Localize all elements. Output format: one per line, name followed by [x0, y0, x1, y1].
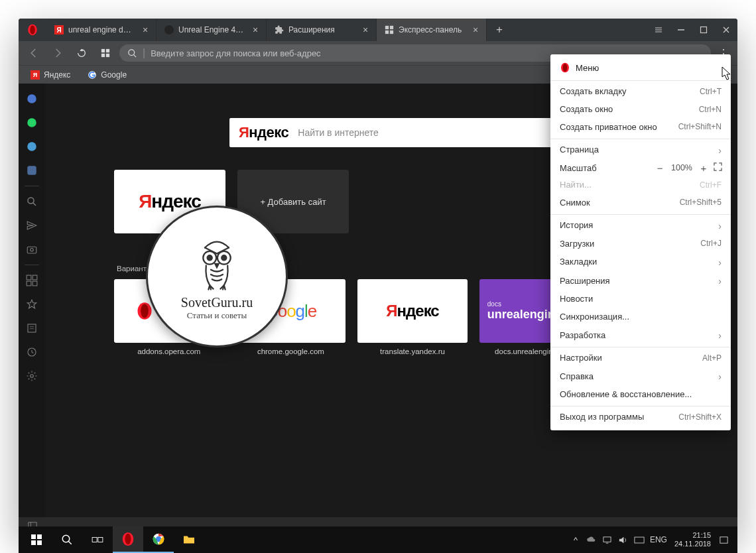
- tray-onedrive-icon[interactable]: [584, 529, 599, 550]
- svg-rect-10: [101, 54, 105, 57]
- close-icon[interactable]: ×: [360, 25, 371, 35]
- menu-item[interactable]: Обновление & восстановление...: [550, 386, 731, 404]
- speed-dial-button[interactable]: [95, 44, 115, 62]
- tile-label: addons.opera.com: [114, 347, 224, 355]
- telegram-icon[interactable]: [19, 135, 45, 158]
- vk-icon[interactable]: [19, 159, 45, 182]
- tray-language[interactable]: ENG: [648, 529, 669, 550]
- opera-menu-button[interactable]: [19, 19, 46, 41]
- menu-label: Создать приватное окно: [560, 122, 657, 133]
- tab-item[interactable]: Экспресс-панель ×: [377, 19, 487, 41]
- search-icon[interactable]: [19, 190, 45, 213]
- svg-rect-60: [603, 536, 611, 541]
- back-button[interactable]: [24, 44, 44, 62]
- snapshot-icon[interactable]: [19, 238, 45, 261]
- start-button[interactable]: [21, 526, 52, 553]
- easy-setup-button[interactable]: [647, 19, 670, 41]
- tab-item[interactable]: Unreal Engine 4 Document... ×: [157, 19, 267, 41]
- svg-rect-18: [27, 166, 36, 175]
- tray-clock[interactable]: 21:15 24.11.2018: [670, 531, 715, 548]
- bookmarks-icon[interactable]: [19, 293, 45, 316]
- menu-item[interactable]: Выход из программыCtrl+Shift+X: [550, 408, 731, 426]
- menu-item[interactable]: Создать вкладкуCtrl+T: [550, 83, 731, 101]
- menu-label: Закладки: [560, 257, 597, 268]
- menu-item[interactable]: ЗагрузкиCtrl+J: [550, 235, 731, 253]
- tray-volume-icon[interactable]: [616, 529, 631, 550]
- yandex-search-bar[interactable]: Яндекс: [229, 118, 582, 147]
- menu-item[interactable]: Расширения›: [550, 272, 731, 290]
- svg-rect-3: [390, 26, 393, 29]
- settings-icon[interactable]: [19, 365, 45, 387]
- taskbar-app-chrome[interactable]: [143, 526, 174, 553]
- menu-label: История: [560, 220, 593, 231]
- tab-item[interactable]: Расширения ×: [267, 19, 377, 41]
- close-icon[interactable]: ×: [470, 25, 481, 35]
- close-icon[interactable]: ×: [250, 25, 261, 35]
- svg-rect-2: [385, 26, 389, 29]
- svg-rect-27: [28, 324, 36, 332]
- menu-item[interactable]: Создать окноCtrl+N: [550, 101, 731, 119]
- flow-icon[interactable]: [19, 214, 45, 237]
- tab-item[interactable]: Я unreal engine doc — Янд... ×: [46, 19, 157, 41]
- menu-item[interactable]: Создать приватное окноCtrl+Shift+N: [550, 119, 731, 137]
- menu-item[interactable]: Закладки›: [550, 253, 731, 272]
- shortcut: Ctrl+Shift+N: [678, 122, 722, 133]
- task-view-button[interactable]: [82, 526, 113, 553]
- tray-network-icon[interactable]: [600, 529, 615, 550]
- windows-taskbar: ^ ENG 21:15 24.11.2018: [19, 526, 737, 553]
- search-icon: [127, 48, 137, 58]
- messenger-icon[interactable]: [19, 88, 45, 110]
- close-icon[interactable]: ×: [140, 25, 151, 35]
- maximize-button[interactable]: [692, 19, 715, 41]
- svg-rect-5: [390, 31, 393, 34]
- svg-point-15: [27, 94, 36, 103]
- bookmark-item[interactable]: Google: [85, 69, 129, 81]
- whatsapp-icon[interactable]: [19, 111, 45, 134]
- menu-item[interactable]: Синхронизация...: [550, 308, 731, 326]
- menu-item[interactable]: Страница›: [550, 141, 731, 160]
- menu-item[interactable]: История›: [550, 217, 731, 235]
- reload-button[interactable]: [72, 44, 92, 62]
- taskbar-app-explorer[interactable]: [174, 526, 204, 553]
- menu-item[interactable]: НастройкиAlt+P: [550, 349, 731, 367]
- tray-notifications-icon[interactable]: [716, 529, 731, 550]
- bookmark-item[interactable]: Я Яндекс: [28, 69, 73, 81]
- svg-rect-63: [720, 536, 727, 542]
- owl-icon: [187, 233, 247, 292]
- menu-item[interactable]: Справка›: [550, 367, 731, 386]
- taskbar-app-opera[interactable]: [113, 526, 143, 553]
- close-window-button[interactable]: [715, 19, 737, 41]
- menu-label: Создать окно: [560, 104, 613, 115]
- minimize-button[interactable]: [670, 19, 692, 41]
- menu-item[interactable]: СнимокCtrl+Shift+5: [550, 194, 731, 212]
- svg-rect-11: [106, 54, 109, 57]
- chevron-right-icon: ›: [718, 330, 722, 341]
- svg-point-1: [30, 25, 35, 34]
- speed-dial-nav-icon[interactable]: [19, 269, 45, 292]
- menu-item[interactable]: Разработка›: [550, 326, 731, 345]
- svg-point-37: [563, 64, 568, 72]
- fullscreen-button[interactable]: [714, 162, 724, 173]
- svg-rect-26: [32, 281, 37, 286]
- svg-point-52: [62, 535, 70, 542]
- tray-keyboard-icon[interactable]: [632, 529, 647, 550]
- separator: [550, 406, 731, 406]
- new-tab-button[interactable]: +: [487, 19, 512, 41]
- tray-chevron-icon[interactable]: ^: [568, 529, 583, 550]
- history-icon[interactable]: [19, 341, 45, 363]
- shortcut: Ctrl+T: [700, 87, 722, 97]
- yandex-icon: Я: [54, 25, 64, 34]
- menu-item[interactable]: Новости: [550, 290, 731, 308]
- news-icon[interactable]: [19, 317, 45, 339]
- forward-button[interactable]: [48, 44, 68, 62]
- zoom-in-button[interactable]: +: [698, 162, 710, 174]
- svg-point-57: [125, 534, 131, 545]
- chevron-right-icon: ›: [718, 275, 722, 287]
- search-button[interactable]: [52, 526, 82, 553]
- svg-rect-54: [92, 538, 97, 542]
- shortcut: Ctrl+Shift+X: [678, 412, 722, 423]
- tile[interactable]: Яндекс translate.yandex.ru: [357, 279, 468, 355]
- svg-rect-23: [27, 275, 31, 280]
- yandex-search-input[interactable]: [298, 127, 582, 138]
- zoom-out-button[interactable]: −: [654, 162, 666, 174]
